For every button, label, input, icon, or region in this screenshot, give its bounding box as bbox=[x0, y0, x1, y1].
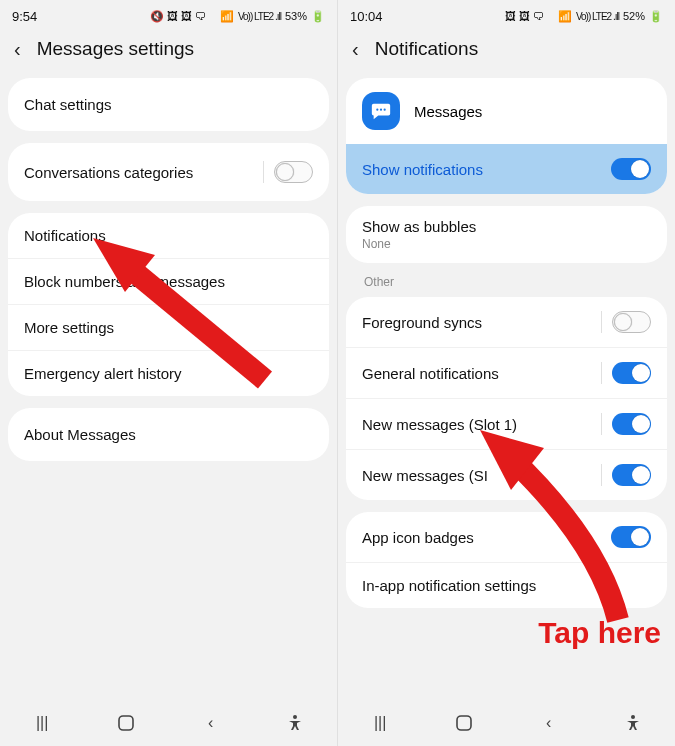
home-icon[interactable] bbox=[115, 712, 137, 734]
inapp-row[interactable]: In-app notification settings bbox=[346, 562, 667, 608]
foreground-label: Foreground syncs bbox=[362, 314, 482, 331]
messages-app-icon bbox=[362, 92, 400, 130]
about-label: About Messages bbox=[24, 426, 136, 443]
back-icon[interactable]: ‹ bbox=[14, 39, 21, 59]
time-right: 10:04 bbox=[350, 9, 383, 24]
show-notifications-row[interactable]: Show notifications bbox=[346, 144, 667, 194]
back-nav-icon-r[interactable]: ‹ bbox=[538, 712, 560, 734]
bubbles-label: Show as bubbles bbox=[362, 218, 476, 235]
battery-right: 52% bbox=[623, 10, 645, 22]
show-notifications-label: Show notifications bbox=[362, 161, 483, 178]
conv-categories-toggle[interactable] bbox=[274, 161, 313, 183]
statusbar-right: 10:04 🖼🖼🗨 📶 Vo)) LTE2 .ıll 52% 🔋 bbox=[338, 0, 675, 28]
signal-left: Vo)) LTE2 .ıll bbox=[238, 11, 281, 22]
sim-row[interactable]: New messages (SI bbox=[346, 449, 667, 500]
about-row[interactable]: About Messages bbox=[8, 408, 329, 461]
inapp-label: In-app notification settings bbox=[362, 577, 536, 594]
conv-categories-row[interactable]: Conversations categories bbox=[8, 143, 329, 201]
status-icons-right: 🖼🖼🗨 bbox=[505, 10, 544, 22]
conv-categories-label: Conversations categories bbox=[24, 164, 193, 181]
emergency-label: Emergency alert history bbox=[24, 365, 182, 382]
battery-left: 53% bbox=[285, 10, 307, 22]
recents-icon-r[interactable]: ||| bbox=[369, 712, 391, 734]
sim-toggle[interactable] bbox=[612, 464, 651, 486]
navbar-right: ||| ‹ bbox=[338, 702, 675, 746]
slot1-label: New messages (Slot 1) bbox=[362, 416, 517, 433]
navbar-left: ||| ‹ bbox=[0, 702, 337, 746]
titlebar-left: ‹ Messages settings bbox=[0, 28, 337, 78]
phone-left: 9:54 🔇🖼🖼🗨 📶 Vo)) LTE2 .ıll 53% 🔋 ‹ Messa… bbox=[0, 0, 337, 746]
svg-point-4 bbox=[380, 109, 382, 111]
svg-point-3 bbox=[376, 109, 378, 111]
app-header: Messages bbox=[346, 78, 667, 144]
statusbar-left: 9:54 🔇🖼🖼🗨 📶 Vo)) LTE2 .ıll 53% 🔋 bbox=[0, 0, 337, 28]
foreground-row[interactable]: Foreground syncs bbox=[346, 297, 667, 347]
svg-rect-6 bbox=[457, 716, 471, 730]
accessibility-icon[interactable] bbox=[284, 712, 306, 734]
page-title-left: Messages settings bbox=[37, 38, 194, 60]
show-notifications-toggle[interactable] bbox=[611, 158, 651, 180]
foreground-toggle[interactable] bbox=[612, 311, 651, 333]
page-title-right: Notifications bbox=[375, 38, 479, 60]
chat-settings-row[interactable]: Chat settings bbox=[8, 78, 329, 131]
more-settings-row[interactable]: More settings bbox=[8, 304, 329, 350]
svg-point-7 bbox=[631, 715, 635, 719]
back-icon-right[interactable]: ‹ bbox=[352, 39, 359, 59]
time-left: 9:54 bbox=[12, 9, 37, 24]
status-icons-left: 🔇🖼🖼🗨 bbox=[150, 10, 206, 23]
app-badges-row[interactable]: App icon badges bbox=[346, 512, 667, 562]
home-icon-r[interactable] bbox=[453, 712, 475, 734]
sim-label: New messages (SI bbox=[362, 467, 488, 484]
general-label: General notifications bbox=[362, 365, 499, 382]
accessibility-icon-r[interactable] bbox=[622, 712, 644, 734]
notifications-row[interactable]: Notifications bbox=[8, 213, 329, 258]
titlebar-right: ‹ Notifications bbox=[338, 28, 675, 78]
block-row[interactable]: Block numbers and messages bbox=[8, 258, 329, 304]
notifications-label: Notifications bbox=[24, 227, 106, 244]
app-badges-toggle[interactable] bbox=[611, 526, 651, 548]
app-badges-label: App icon badges bbox=[362, 529, 474, 546]
other-section-label: Other bbox=[346, 275, 667, 297]
app-name-label: Messages bbox=[414, 103, 482, 120]
more-settings-label: More settings bbox=[24, 319, 114, 336]
chat-settings-label: Chat settings bbox=[24, 96, 112, 113]
general-toggle[interactable] bbox=[612, 362, 651, 384]
svg-point-5 bbox=[384, 109, 386, 111]
phone-right: 10:04 🖼🖼🗨 📶 Vo)) LTE2 .ıll 52% 🔋 ‹ Notif… bbox=[337, 0, 675, 746]
svg-rect-0 bbox=[119, 716, 133, 730]
slot1-row[interactable]: New messages (Slot 1) bbox=[346, 398, 667, 449]
back-nav-icon[interactable]: ‹ bbox=[200, 712, 222, 734]
svg-point-1 bbox=[293, 715, 297, 719]
emergency-row[interactable]: Emergency alert history bbox=[8, 350, 329, 396]
slot1-toggle[interactable] bbox=[612, 413, 651, 435]
bubbles-row[interactable]: Show as bubbles None bbox=[346, 206, 667, 263]
general-row[interactable]: General notifications bbox=[346, 347, 667, 398]
recents-icon[interactable]: ||| bbox=[31, 712, 53, 734]
signal-right: Vo)) LTE2 .ıll bbox=[576, 11, 619, 22]
block-label: Block numbers and messages bbox=[24, 273, 225, 290]
bubbles-value: None bbox=[362, 237, 476, 251]
